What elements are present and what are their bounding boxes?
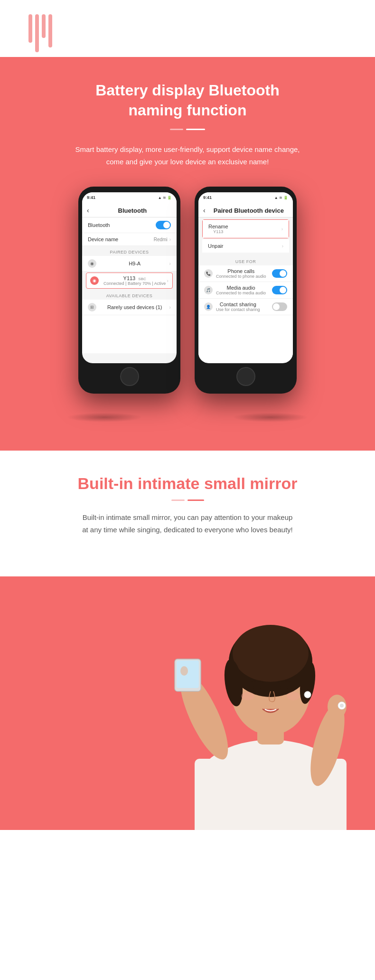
paired-section-label: PAIRED DEVICES: [82, 246, 177, 256]
deco-bar-1: [28, 14, 32, 43]
phone-2-screen: 9:41 ▲ ≋ 🔋 ‹ Paired Bluetooth device Ren…: [198, 192, 293, 363]
svg-point-18: [340, 704, 344, 707]
rename-label: Rename: [208, 224, 228, 229]
media-audio-label: Media audio: [216, 285, 266, 291]
device-name-y113: Y113 SBC: [103, 275, 167, 281]
phone-calls-toggle[interactable]: [272, 269, 287, 278]
device-info-h9a: H9-A: [100, 261, 169, 266]
phone-2: 9:41 ▲ ≋ 🔋 ‹ Paired Bluetooth device Ren…: [195, 187, 297, 394]
device-name-label: Device name: [88, 236, 118, 242]
photo-area: [0, 583, 375, 830]
rename-section: Rename Y113 ›: [202, 219, 289, 238]
screen-empty-1: [82, 315, 177, 353]
device-icon-y113: ◉: [90, 276, 99, 285]
hero-title: Battery display Bluetooth naming functio…: [28, 81, 347, 120]
divider-long: [186, 129, 205, 130]
phone-calls-label: Phone calls: [216, 268, 266, 274]
status-time-2: 9:41: [203, 195, 212, 200]
rename-chevron: ›: [281, 226, 283, 232]
svg-point-19: [304, 691, 311, 698]
chevron-icon: ›: [169, 237, 171, 242]
shadow-2: [233, 413, 309, 422]
status-time-1: 9:41: [87, 195, 95, 200]
svg-point-12: [280, 685, 288, 690]
media-audio-sub: Connected to media audio: [216, 291, 266, 295]
mirror-subtitle: Built-in intimate small mirror, you can …: [28, 511, 347, 536]
screen-title-2: Paired Bluetooth device: [209, 207, 288, 214]
svg-point-22: [180, 666, 188, 676]
svg-point-13: [241, 692, 254, 700]
phone-calls-sub: Connected to phone audio: [216, 274, 266, 279]
home-button-1[interactable]: [120, 367, 139, 386]
rename-row[interactable]: Rename Y113 ›: [203, 220, 289, 238]
mirror-divider-short: [171, 499, 185, 501]
phones-container: 9:41 ▲ ≋ 🔋 ‹ Bluetooth Bluetooth Device …: [28, 187, 347, 417]
media-audio-toggle[interactable]: [272, 286, 287, 294]
mirror-divider-long: [188, 499, 204, 501]
mirror-divider: [28, 499, 347, 501]
screen-header-1: ‹ Bluetooth: [82, 203, 177, 217]
device-info-y113: Y113 SBC Connected | Battery 70% | Activ…: [103, 275, 167, 286]
device-name-value: Redmi ›: [154, 237, 171, 242]
svg-rect-21: [177, 660, 199, 688]
woman-illustration: [128, 583, 375, 830]
svg-point-11: [253, 685, 261, 690]
device-row-h9a[interactable]: ◉ H9-A ›: [82, 256, 177, 272]
top-decoration: [0, 0, 375, 57]
mirror-title: Built-in intimate small mirror: [28, 474, 347, 493]
screen-header-2: ‹ Paired Bluetooth device: [198, 203, 293, 217]
phone-1-screen: 9:41 ▲ ≋ 🔋 ‹ Bluetooth Bluetooth Device …: [82, 192, 177, 363]
phone-1: 9:41 ▲ ≋ 🔋 ‹ Bluetooth Bluetooth Device …: [78, 187, 180, 394]
hero-subtitle: Smart battery display, more user-friendl…: [28, 143, 347, 168]
contact-sharing-icon: 👤: [204, 302, 213, 311]
back-icon-1[interactable]: ‹: [87, 207, 89, 214]
rarely-used-row[interactable]: ⊞ Rarely used devices (1) ›: [82, 300, 177, 315]
unpair-row[interactable]: Unpair ›: [202, 239, 289, 253]
screen-title-1: Bluetooth: [93, 207, 172, 214]
rarely-used-label: Rarely used devices (1): [100, 304, 169, 310]
mirror-section: Built-in intimate small mirror Built-in …: [0, 451, 375, 536]
available-section-label: AVAILABLE DEVICES: [82, 290, 177, 300]
contact-sharing-toggle[interactable]: [272, 302, 287, 311]
unpair-chevron: ›: [282, 244, 283, 249]
arrow-h9a: ›: [169, 261, 171, 266]
device-icon-h9a: ◉: [88, 259, 96, 268]
status-icons-2: ▲ ≋ 🔋: [274, 196, 288, 200]
device-badge: SBC: [138, 277, 146, 281]
deco-bar-4: [48, 14, 52, 47]
status-icons-1: ▲ ≋ 🔋: [158, 196, 172, 200]
bluetooth-toggle[interactable]: [156, 221, 171, 229]
device-name-row[interactable]: Device name Redmi ›: [82, 233, 177, 246]
use-for-label: USE FOR: [198, 255, 293, 265]
contact-sharing-label: Contact sharing: [216, 302, 260, 307]
media-audio-icon: 🎵: [204, 286, 213, 294]
status-bar-1: 9:41 ▲ ≋ 🔋: [82, 192, 177, 203]
screen-empty-2: [198, 315, 293, 363]
rename-value: Y113: [208, 229, 228, 234]
contact-sharing-sub: Use for contact sharing: [216, 307, 260, 312]
contact-sharing-row: 👤 Contact sharing Use for contact sharin…: [198, 299, 293, 315]
hero-divider: [28, 129, 347, 130]
back-icon-2[interactable]: ‹: [203, 207, 206, 214]
shadow-1: [66, 413, 142, 422]
device-row-y113[interactable]: ◉ Y113 SBC Connected | Battery 70% | Act…: [86, 273, 173, 289]
svg-point-8: [233, 625, 309, 682]
hero-section: Battery display Bluetooth naming functio…: [0, 57, 375, 451]
deco-bar-3: [42, 14, 46, 38]
deco-bar-2: [35, 14, 39, 52]
device-sub-y113: Connected | Battery 70% | Active: [103, 281, 167, 286]
media-audio-row: 🎵 Media audio Connected to media audio: [198, 282, 293, 299]
phone-shadows: [28, 413, 347, 432]
arrow-y113: ›: [167, 278, 169, 283]
woman-section: [0, 555, 375, 830]
unpair-label: Unpair: [208, 243, 223, 249]
phone-calls-row: 📞 Phone calls Connected to phone audio: [198, 265, 293, 282]
phone-calls-icon: 📞: [204, 269, 213, 278]
device-name-h9a: H9-A: [100, 261, 169, 266]
home-button-2[interactable]: [236, 367, 255, 386]
arrow-rarely: ›: [169, 304, 171, 310]
divider-short: [170, 129, 183, 130]
status-bar-2: 9:41 ▲ ≋ 🔋: [198, 192, 293, 203]
svg-point-14: [287, 692, 300, 700]
rarely-used-icon: ⊞: [88, 303, 96, 311]
